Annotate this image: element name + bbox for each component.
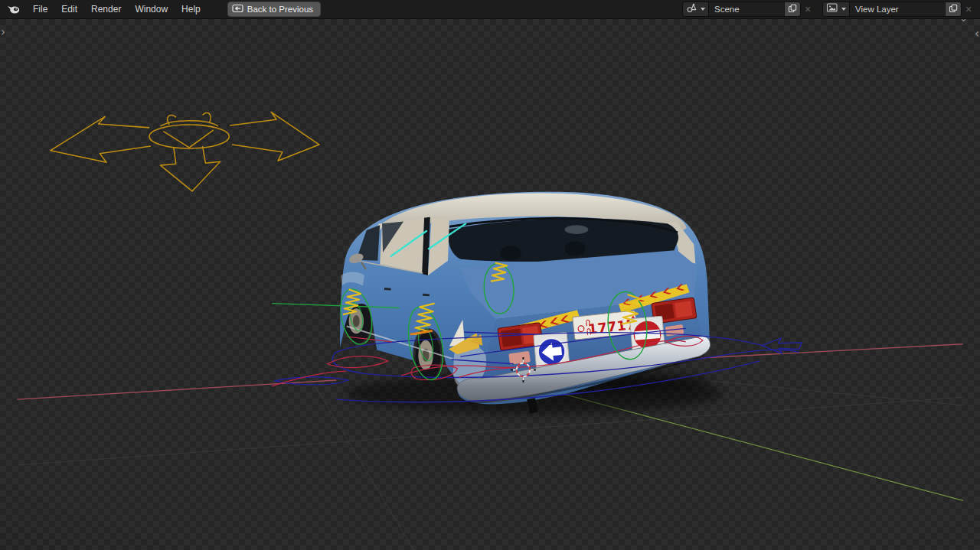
- chevron-down-icon: [841, 8, 846, 11]
- menu-file[interactable]: File: [26, 2, 54, 17]
- view-layer-remove-button[interactable]: ✕: [962, 5, 975, 15]
- scene-icon: [686, 2, 697, 16]
- chevron-down-icon: [701, 8, 705, 11]
- view-layer-selector: View Layer ✕: [822, 2, 975, 17]
- duplicate-icon: [788, 2, 797, 16]
- sidebar-expand-toggle[interactable]: ‹: [975, 30, 979, 37]
- back-to-previous-label: Back to Previous: [247, 5, 313, 14]
- toolbar-expand-toggle[interactable]: ›: [1, 28, 5, 36]
- scene-browse-button[interactable]: [683, 2, 709, 16]
- duplicate-icon: [949, 2, 958, 16]
- menu-help[interactable]: Help: [175, 2, 207, 17]
- scene-canvas: 17717 A A: [0, 19, 980, 550]
- scene-name-field[interactable]: Scene: [709, 2, 784, 16]
- menu-window[interactable]: Window: [128, 2, 175, 17]
- back-to-previous-button[interactable]: Back to Previous: [227, 2, 321, 17]
- root-bone-widget[interactable]: [51, 112, 319, 191]
- blender-logo-icon[interactable]: [6, 3, 21, 15]
- menu-bar: File Edit Render Window Help: [26, 2, 207, 17]
- view-layer-browse-button[interactable]: [823, 2, 850, 16]
- view-layer-name-field[interactable]: View Layer: [850, 2, 945, 16]
- scene-new-button[interactable]: [784, 2, 800, 16]
- blender-window: File Edit Render Window Help Back to Pre…: [0, 0, 980, 550]
- menu-edit[interactable]: Edit: [54, 2, 84, 17]
- topbar: File Edit Render Window Help Back to Pre…: [0, 0, 980, 19]
- car-model[interactable]: 17717 A A: [340, 192, 723, 414]
- viewport-3d[interactable]: › ‹ ⌄: [0, 19, 980, 550]
- scene-selector: Scene ✕: [682, 2, 815, 17]
- view-layer-icon: [826, 2, 838, 16]
- view-layer-new-button[interactable]: [945, 2, 961, 16]
- menu-render[interactable]: Render: [84, 2, 128, 17]
- scene-unlink-button[interactable]: ✕: [801, 5, 815, 15]
- back-to-previous-icon: [232, 4, 243, 15]
